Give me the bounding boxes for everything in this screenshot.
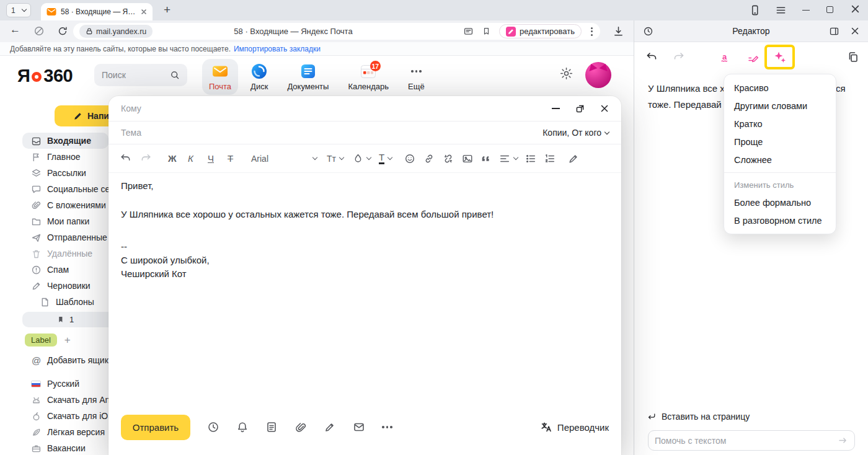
- align-select[interactable]: [499, 153, 518, 164]
- signature-pen-icon[interactable]: [324, 421, 336, 433]
- tab-group-chip[interactable]: 1: [6, 3, 31, 17]
- compose-subject-row[interactable]: Тема Копии, От кого: [108, 121, 621, 144]
- envelope-icon[interactable]: [353, 421, 365, 433]
- yandex360-logo[interactable]: Я 360: [17, 66, 73, 86]
- service-mail[interactable]: Почта: [202, 59, 238, 95]
- underline-button[interactable]: Ч: [208, 153, 218, 164]
- folder-trash[interactable]: Удалённые: [0, 245, 108, 262]
- send-button[interactable]: Отправить: [121, 415, 190, 440]
- menu-item-other-words[interactable]: Другими словами: [724, 97, 836, 115]
- devices-icon[interactable]: [749, 4, 761, 16]
- history-clock-icon[interactable]: [643, 26, 653, 37]
- unlink-icon[interactable]: [443, 153, 454, 164]
- improve-style-icon[interactable]: [747, 51, 760, 63]
- tab-close-icon[interactable]: [141, 9, 147, 15]
- quote-icon[interactable]: [481, 153, 492, 164]
- fix-errors-icon[interactable]: a: [720, 51, 732, 63]
- insert-to-page-button[interactable]: Вставить на страницу: [647, 412, 750, 422]
- service-calendar[interactable]: 17 Календарь: [341, 59, 396, 95]
- import-bookmarks-link[interactable]: Импортировать закладки: [234, 45, 321, 53]
- menu-item-complex[interactable]: Сложнее: [724, 151, 836, 169]
- font-family-select[interactable]: Arial: [251, 154, 317, 164]
- folder-sent[interactable]: Отправленные: [0, 229, 108, 245]
- address-bar[interactable]: mail.yandex.ru 58 · Входящие — Яндекс По…: [73, 23, 600, 40]
- highlight-color-select[interactable]: [353, 153, 371, 164]
- assistant-text-input[interactable]: [655, 436, 838, 446]
- mail-search[interactable]: [94, 64, 187, 86]
- folder-spam[interactable]: Спам: [0, 262, 108, 278]
- clear-formatting-icon[interactable]: [568, 153, 579, 164]
- menu-icon[interactable]: [775, 4, 787, 16]
- submit-arrow-icon[interactable]: [838, 435, 848, 446]
- bookmarked-filter[interactable]: 1: [22, 312, 108, 327]
- service-documents[interactable]: Документы: [280, 59, 335, 95]
- address-host-chip[interactable]: mail.yandex.ru: [79, 25, 153, 38]
- folder-attachments[interactable]: С вложениями: [0, 197, 108, 213]
- refresh-icon[interactable]: [57, 25, 68, 37]
- label-tag[interactable]: Label: [25, 334, 57, 347]
- undo-icon[interactable]: [120, 152, 131, 164]
- service-disk[interactable]: Диск: [244, 59, 275, 95]
- add-mailbox-button[interactable]: @ Добавить ящик: [0, 352, 108, 368]
- folder-newsletters[interactable]: Рассылки: [0, 165, 108, 181]
- download-ios-link[interactable]: Скачать для iOS: [0, 408, 108, 424]
- folder-drafts[interactable]: Черновики: [0, 278, 108, 294]
- to-field[interactable]: Кому: [121, 104, 141, 113]
- translator-button[interactable]: Переводчик: [540, 421, 609, 433]
- edit-page-button[interactable]: редактировать: [499, 24, 582, 38]
- assistant-input[interactable]: [648, 430, 855, 451]
- download-android-link[interactable]: Скачать для Android: [0, 392, 108, 408]
- search-icon[interactable]: [170, 70, 180, 80]
- template-icon[interactable]: [265, 421, 278, 433]
- folder-templates[interactable]: Шаблоны: [0, 294, 108, 310]
- menu-item-conversational[interactable]: В разговорном стиле: [724, 211, 836, 229]
- search-input[interactable]: [102, 70, 165, 80]
- window-minimize-button[interactable]: [802, 10, 810, 11]
- protect-icon[interactable]: [33, 25, 45, 37]
- folder-inbox[interactable]: Входящие: [22, 133, 108, 149]
- reminder-bell-icon[interactable]: [236, 421, 249, 433]
- light-version-link[interactable]: Лёгкая версия: [0, 424, 108, 440]
- jobs-link[interactable]: Вакансии: [0, 440, 108, 455]
- menu-item-beautiful[interactable]: Красиво: [724, 79, 836, 97]
- bullet-list-icon[interactable]: [525, 153, 536, 164]
- address-menu-icon[interactable]: [590, 27, 594, 36]
- folder-main[interactable]: Главное: [0, 149, 108, 165]
- compose-collapse-button[interactable]: [552, 108, 560, 109]
- schedule-send-icon[interactable]: [207, 421, 219, 433]
- panel-undo-icon[interactable]: [645, 51, 658, 63]
- more-actions-icon[interactable]: [382, 426, 392, 428]
- reader-mode-icon[interactable]: [463, 26, 474, 37]
- panel-close-icon[interactable]: [851, 27, 859, 35]
- downloads-icon[interactable]: [613, 25, 624, 37]
- copy-icon[interactable]: [847, 51, 859, 63]
- folder-my-folders[interactable]: Мои папки: [0, 213, 108, 229]
- redo-icon[interactable]: [140, 152, 152, 164]
- window-maximize-button[interactable]: [826, 6, 833, 13]
- folder-social[interactable]: Социальные сети: [0, 181, 108, 197]
- open-in-window-icon[interactable]: [829, 26, 839, 37]
- numbered-list-icon[interactable]: [544, 153, 556, 164]
- menu-item-shorter[interactable]: Кратко: [724, 115, 836, 133]
- compose-expand-button[interactable]: [576, 105, 584, 113]
- insert-image-icon[interactable]: [462, 153, 473, 164]
- compose-to-row[interactable]: Кому: [108, 96, 621, 121]
- text-color-select[interactable]: Т: [379, 152, 392, 164]
- message-body[interactable]: Привет, У Шляпника все хорошо у остальны…: [121, 179, 609, 281]
- menu-item-formal[interactable]: Более формально: [724, 193, 836, 211]
- emoji-icon[interactable]: [404, 153, 415, 164]
- compose-close-button[interactable]: [600, 104, 609, 113]
- bold-button[interactable]: Ж: [168, 153, 178, 164]
- menu-item-simpler[interactable]: Проще: [724, 133, 836, 151]
- strikethrough-button[interactable]: Т: [228, 153, 237, 164]
- panel-redo-icon[interactable]: [673, 51, 685, 63]
- window-close-button[interactable]: [851, 4, 860, 14]
- rewrite-sparkles-icon[interactable]: [773, 50, 787, 64]
- add-label-icon[interactable]: +: [64, 335, 71, 345]
- italic-button[interactable]: К: [188, 153, 198, 164]
- avatar[interactable]: [585, 62, 611, 88]
- bookmark-icon[interactable]: [482, 27, 491, 36]
- language-link[interactable]: Русский: [0, 376, 108, 392]
- font-size-select[interactable]: Тт: [327, 154, 343, 164]
- new-tab-button[interactable]: +: [160, 2, 174, 18]
